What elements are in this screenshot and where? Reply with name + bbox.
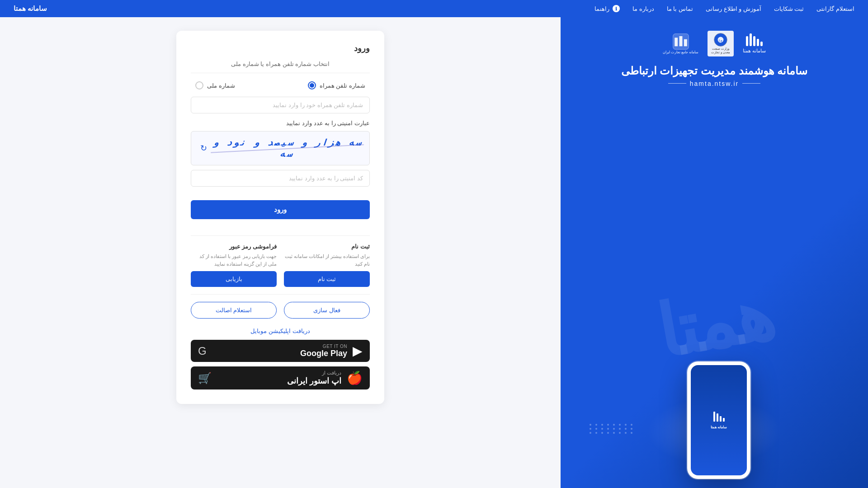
google-play-small: GET IT ON — [323, 344, 347, 349]
activate-button[interactable]: فعال سازی — [284, 302, 370, 319]
trade-text: سامانه جامع تجارت ایران — [663, 50, 699, 54]
main-container: سامانه همتا ج.ا وزارت صنعتمعدن و تجارت — [0, 17, 868, 488]
left-panel: سامانه همتا ج.ا وزارت صنعتمعدن و تجارت — [561, 17, 868, 488]
svg-rect-5 — [679, 36, 682, 46]
separator2 — [191, 294, 370, 295]
iran-store-text: دریافت از اپ استور ایرانی — [217, 370, 341, 386]
logos-row: سامانه همتا ج.ا وزارت صنعتمعدن و تجارت — [663, 31, 766, 56]
radio-group: شماره تلفن همراه شماره ملی — [191, 81, 370, 89]
svg-rect-6 — [684, 39, 687, 47]
national-id-option[interactable]: شماره ملی — [195, 81, 235, 89]
google-play-big: Google Play — [300, 349, 347, 358]
site-logo: سامانه همتا — [14, 5, 47, 13]
trade-icon-svg — [672, 33, 689, 50]
national-id-radio[interactable] — [195, 81, 203, 89]
captcha-refresh-icon[interactable]: ↻ — [197, 141, 211, 155]
google-play-logo: G — [198, 345, 207, 357]
captcha-input[interactable] — [191, 170, 370, 187]
login-card: ورود انتخاب شماره تلفن همراه یا شماره مل… — [176, 31, 384, 404]
hamta-logo: سامانه همتا — [743, 33, 766, 54]
play-icon: ▶ — [353, 343, 363, 358]
main-title: سامانه هوشمند مدیریت تجهیزات ارتباطی — [621, 65, 808, 77]
app-download-title: دریافت اپلیکیشن موبایل — [191, 328, 370, 334]
apple-icon: 🍎 — [347, 371, 363, 385]
login-title: ورود — [354, 44, 370, 53]
info-icon: ℹ — [613, 5, 620, 12]
bottom-actions: فعال سازی استعلام اصالت — [191, 302, 370, 319]
nav-contact[interactable]: تماس با ما — [667, 5, 693, 12]
captcha-label: عبارت امنیتی را به عدد وارد نمایید — [191, 120, 370, 127]
top-nav: استعلام گارانتی ثبت شکایات آموزش و اطلاع… — [0, 0, 868, 17]
trade-logo: سامانه جامع تجارت ایران — [663, 33, 699, 54]
phone-label: شماره تلفن همراه — [320, 82, 365, 89]
register-forgot-row: ثبت نام برای استفاده بیشتر از امکانات سا… — [191, 243, 370, 287]
nav-guide[interactable]: ℹ راهنما — [594, 5, 620, 12]
phone-input[interactable] — [191, 97, 370, 113]
sub-title: hamta.ntsw.ir — [668, 80, 760, 87]
captcha-image-area: سه هزار و سیصد و نود و سه — [211, 137, 364, 160]
svg-text:ج.ا: ج.ا — [719, 39, 723, 42]
nav-warranty[interactable]: استعلام گارانتی — [816, 5, 854, 12]
phone-mockup: سامانه همتا — [678, 361, 750, 479]
forgot-section: فراموشی رمز عبور جهت بازیابی رمز عبور با… — [191, 243, 277, 287]
phone-screen-title: سامانه همتا — [711, 425, 727, 429]
login-button[interactable]: ورود — [191, 200, 370, 219]
phone-option[interactable]: شماره تلفن همراه — [308, 81, 365, 89]
register-desc: برای استفاده بیشتر از امکانات سامانه ثبت… — [284, 253, 370, 267]
login-header: ورود — [191, 43, 370, 53]
forgot-title: فراموشی رمز عبور — [191, 243, 277, 250]
register-section: ثبت نام برای استفاده بیشتر از امکانات سا… — [284, 243, 370, 287]
register-title: ثبت نام — [284, 243, 370, 250]
nav-education[interactable]: آموزش و اطلاع رسانی — [706, 5, 761, 12]
nav-about[interactable]: درباره ما — [632, 5, 654, 12]
forgot-desc: جهت بازیابی رمز عبور با استفاده از کد مل… — [191, 253, 277, 267]
bars-icon — [746, 33, 763, 46]
captcha-box: سه هزار و سیصد و نود و سه ↻ — [191, 131, 370, 165]
app-download-section: دریافت اپلیکیشن موبایل ▶ GET IT ON Googl… — [191, 328, 370, 389]
iran-store-small: دریافت از — [322, 370, 341, 376]
dots-decoration — [588, 424, 632, 434]
register-button[interactable]: ثبت نام — [284, 271, 370, 287]
ministry-text: وزارت صنعتمعدن و تجارت — [711, 47, 730, 55]
google-play-text: GET IT ON Google Play — [212, 344, 347, 358]
check-button[interactable]: استعلام اصالت — [191, 302, 277, 319]
login-subtitle: انتخاب شماره تلفن همراه یا شماره ملی — [191, 61, 370, 73]
forgot-button[interactable]: بازیابی — [191, 271, 277, 287]
watermark-text: همتا — [651, 272, 778, 375]
iran-store-button[interactable]: 🍎 دریافت از اپ استور ایرانی 🛒 — [191, 366, 370, 389]
ministry-logo: ج.ا وزارت صنعتمعدن و تجارت — [708, 31, 734, 56]
nav-links: استعلام گارانتی ثبت شکایات آموزش و اطلاع… — [594, 5, 854, 12]
hamta-logo-text: سامانه همتا — [743, 48, 766, 54]
right-panel: همتا ورود انتخاب شماره تلفن همراه یا شما… — [0, 17, 561, 488]
captcha-scratch: سه هزار و سیصد و نود و سه — [211, 137, 364, 160]
google-play-button[interactable]: ▶ GET IT ON Google Play G — [191, 340, 370, 362]
nav-complaints[interactable]: ثبت شکایات — [774, 5, 804, 12]
svg-rect-4 — [675, 38, 678, 46]
phone-radio[interactable] — [308, 81, 316, 89]
iran-store-logo: 🛒 — [198, 372, 212, 385]
separator — [191, 235, 370, 236]
national-id-label: شماره ملی — [207, 82, 235, 89]
captcha-section: عبارت امنیتی را به عدد وارد نمایید سه هز… — [191, 120, 370, 187]
iran-store-big: اپ استور ایرانی — [287, 376, 341, 386]
ministry-emblem-svg: ج.ا — [713, 33, 728, 47]
